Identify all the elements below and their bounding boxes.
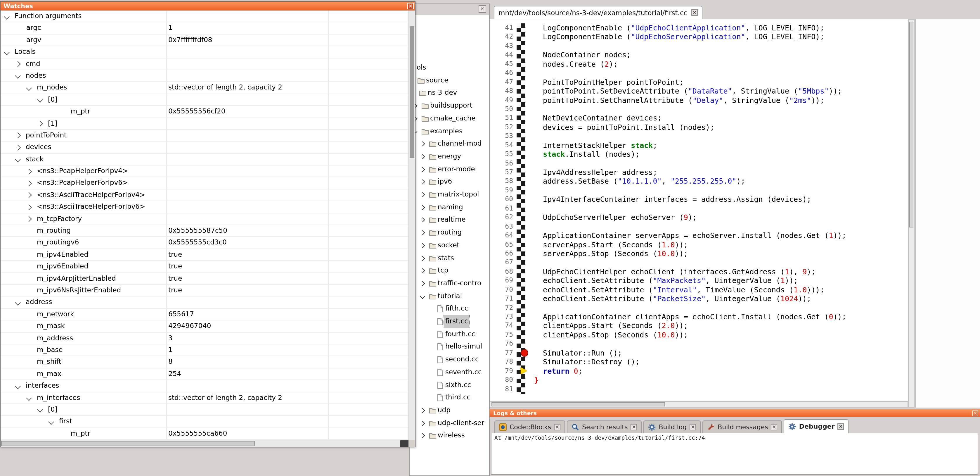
tree-item[interactable]: traffic-contro [410,277,489,290]
watch-row[interactable]: m_ipv4ArpJitterEnabledtrue [1,273,410,285]
tree-item[interactable]: second.cc [410,353,489,366]
line-number[interactable]: 60 [490,195,517,204]
code-text[interactable]: pointToPoint.SetChannelAttribute ("Delay… [517,96,824,105]
chevron-down-icon[interactable] [26,85,32,91]
tree-item[interactable]: examples [410,125,489,137]
watch-row[interactable]: <ns3::AsciiTraceHelperForIpv6> [1,201,410,214]
code-line[interactable]: 47 PointToPointHelper pointToPoint; [490,77,908,86]
tree-item[interactable]: fifth.cc [410,303,489,315]
tree-item[interactable]: first.cc [410,315,489,328]
code-text[interactable] [517,339,534,348]
chevron-right-icon[interactable] [420,142,425,147]
chevron-right-icon[interactable] [26,204,32,210]
code-text[interactable]: Simulator::Destroy (); [517,357,640,366]
tree-item[interactable]: cmake_cache [410,112,489,125]
chevron-down-icon[interactable] [4,13,10,19]
code-line[interactable]: 71 echoClient.SetAttribute ("PacketSize"… [490,294,908,303]
code-line[interactable]: 59 [490,186,908,195]
code-text[interactable]: Ipv4AddressHelper address; [517,168,657,177]
watch-row[interactable]: argv0x7fffffffdf08 [1,35,410,46]
tree-item[interactable]: naming [410,201,489,214]
chevron-down-icon[interactable] [37,97,43,103]
code-line[interactable]: 41 LogComponentEnable ("UdpEchoClientApp… [490,23,908,32]
chevron-right-icon[interactable] [420,421,425,426]
code-line[interactable]: 53 [490,132,908,141]
line-number[interactable]: 59 [490,186,517,195]
chevron-right-icon[interactable] [26,192,32,198]
code-line[interactable]: 58 address.SetBase ("10.1.1.0", "255.255… [490,177,908,186]
tree-item[interactable]: tutorial [410,290,489,302]
tree-item[interactable]: channel-mod [410,137,489,150]
code-text[interactable] [517,303,534,312]
code-text[interactable]: InternetStackHelper stack; [517,141,657,150]
watch-row[interactable]: m_routing0x555555587c50 [1,225,410,237]
code-text[interactable]: PointToPointHelper pointToPoint; [517,77,684,86]
chevron-right-icon[interactable] [420,408,425,413]
scrollbar-thumb[interactable] [909,22,913,227]
code-text[interactable]: devices = pointToPoint.Install (nodes); [517,123,714,132]
code-text[interactable]: serverApps.Stop (Seconds (10.0)); [517,249,688,258]
line-number[interactable]: 47 [490,77,517,86]
line-number[interactable]: 42 [490,32,517,42]
line-number[interactable]: 56 [490,159,517,168]
chevron-down-icon[interactable] [48,419,54,425]
chevron-down-icon[interactable] [420,294,425,299]
close-icon[interactable]: × [690,424,696,430]
code-text[interactable]: Simulator::Run (); [517,348,622,358]
tree-item[interactable]: stats [410,252,489,264]
scrollbar-thumb[interactable] [410,26,414,158]
line-number[interactable]: 44 [490,51,517,60]
line-number[interactable]: 66 [490,249,517,258]
line-number[interactable]: 62 [490,213,517,222]
code-line[interactable]: 55 stack.Install (nodes); [490,150,908,159]
chevron-down-icon[interactable] [37,407,43,413]
chevron-right-icon[interactable] [420,230,425,235]
tree-item[interactable]: ipv6 [410,176,489,188]
chevron-down-icon[interactable] [4,49,10,55]
code-text[interactable]: echoClient.SetAttribute ("Interval", Tim… [517,285,824,294]
chevron-right-icon[interactable] [420,167,425,172]
code-text[interactable]: LogComponentEnable ("UdpEchoServerApplic… [517,32,824,42]
tree-item[interactable]: hello-simul [410,341,489,353]
code-line[interactable]: 79 return 0; [490,366,908,375]
tree-item[interactable]: seventh.cc [410,366,489,379]
line-number[interactable]: 67 [490,258,517,267]
watches-tree[interactable]: Function argumentsargc1argv0x7fffffffdf0… [1,11,410,440]
tab-debugger[interactable]: Debugger× [784,419,849,433]
editor-horizontal-scrollbar[interactable] [490,401,908,407]
tree-item[interactable]: realtime [410,214,489,226]
line-number[interactable]: 79 [490,366,517,375]
watches-vertical-scrollbar[interactable] [409,11,415,440]
tree-item[interactable]: tcp [410,264,489,277]
code-text[interactable] [517,204,534,213]
code-line[interactable]: 80} [490,375,908,385]
line-number[interactable]: 78 [490,357,517,366]
line-number[interactable]: 71 [490,294,517,303]
chevron-down-icon[interactable] [15,383,21,389]
code-line[interactable]: 44 NodeContainer nodes; [490,51,908,60]
code-line[interactable]: 48 pointToPoint.SetDeviceAttribute ("Dat… [490,86,908,96]
tree-item[interactable]: socket [410,239,489,252]
watch-row[interactable]: [0] [1,94,410,106]
code-line[interactable]: 81 [490,385,908,393]
scrollbar-button[interactable] [400,440,409,447]
code-line[interactable]: 73 ApplicationContainer clientApps = ech… [490,312,908,321]
chevron-right-icon[interactable] [37,121,43,126]
code-text[interactable]: } [517,375,538,385]
code-line[interactable]: 72 [490,303,908,312]
code-line[interactable]: 66 serverApps.Stop (Seconds (10.0)); [490,249,908,258]
chevron-down-icon[interactable] [26,395,32,401]
code-text[interactable]: clientApps.Stop (Seconds (10.0)); [517,331,688,339]
chevron-right-icon[interactable] [26,216,32,222]
chevron-right-icon[interactable] [26,180,32,186]
watch-row[interactable]: stack [1,153,410,166]
chevron-right-icon[interactable] [420,179,425,184]
watch-row[interactable]: [1] [1,118,410,130]
watch-row[interactable]: m_base1 [1,344,410,356]
line-number[interactable]: 41 [490,23,517,32]
tree-item[interactable]: udp [410,404,489,417]
tree-item[interactable]: third.cc [410,391,489,404]
chevron-right-icon[interactable] [420,256,425,261]
tree-item[interactable]: error-model [410,163,489,176]
project-tree[interactable]: olssourcens-3-devbuildsupportcmake_cache… [410,4,489,475]
